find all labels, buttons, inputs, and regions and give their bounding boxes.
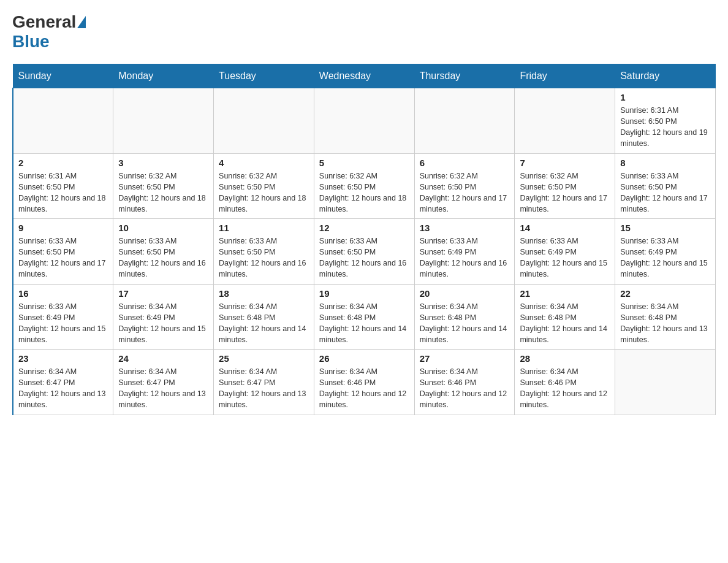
table-row: 7Sunrise: 6:32 AMSunset: 6:50 PMDaylight… — [515, 153, 615, 219]
logo-blue-text: Blue — [12, 32, 50, 51]
col-saturday: Saturday — [615, 64, 716, 88]
day-info: Sunrise: 6:33 AMSunset: 6:50 PMDaylight:… — [319, 236, 409, 280]
day-info: Sunrise: 6:34 AMSunset: 6:46 PMDaylight:… — [319, 366, 409, 411]
table-row: 3Sunrise: 6:32 AMSunset: 6:50 PMDaylight… — [113, 153, 214, 219]
calendar-table: Sunday Monday Tuesday Wednesday Thursday… — [12, 64, 716, 415]
table-row: 26Sunrise: 6:34 AMSunset: 6:46 PMDayligh… — [314, 350, 414, 415]
day-info: Sunrise: 6:33 AMSunset: 6:49 PMDaylight:… — [18, 301, 108, 346]
table-row: 1Sunrise: 6:31 AMSunset: 6:50 PMDaylight… — [615, 88, 716, 154]
day-number: 13 — [420, 223, 510, 233]
day-number: 14 — [520, 223, 610, 233]
calendar-week-row: 1Sunrise: 6:31 AMSunset: 6:50 PMDaylight… — [13, 88, 716, 154]
table-row: 25Sunrise: 6:34 AMSunset: 6:47 PMDayligh… — [214, 350, 314, 415]
day-info: Sunrise: 6:33 AMSunset: 6:50 PMDaylight:… — [18, 236, 108, 280]
day-info: Sunrise: 6:34 AMSunset: 6:49 PMDaylight:… — [118, 301, 208, 346]
day-number: 3 — [118, 158, 208, 168]
day-number: 15 — [620, 223, 710, 233]
day-number: 27 — [420, 353, 510, 364]
day-number: 25 — [219, 353, 309, 364]
day-info: Sunrise: 6:33 AMSunset: 6:49 PMDaylight:… — [520, 236, 610, 280]
calendar-header-row: Sunday Monday Tuesday Wednesday Thursday… — [13, 64, 716, 88]
logo: General Blue — [12, 12, 87, 52]
table-row: 27Sunrise: 6:34 AMSunset: 6:46 PMDayligh… — [414, 350, 515, 415]
day-number: 10 — [118, 223, 208, 233]
day-number: 28 — [520, 353, 610, 364]
table-row: 4Sunrise: 6:32 AMSunset: 6:50 PMDaylight… — [214, 153, 314, 219]
calendar-week-row: 2Sunrise: 6:31 AMSunset: 6:50 PMDaylight… — [13, 153, 716, 219]
day-number: 18 — [219, 288, 309, 299]
col-tuesday: Tuesday — [214, 64, 314, 88]
table-row — [314, 88, 414, 154]
table-row: 28Sunrise: 6:34 AMSunset: 6:46 PMDayligh… — [515, 350, 615, 415]
day-number: 20 — [420, 288, 510, 299]
day-info: Sunrise: 6:34 AMSunset: 6:46 PMDaylight:… — [520, 366, 610, 411]
day-info: Sunrise: 6:33 AMSunset: 6:49 PMDaylight:… — [420, 236, 510, 280]
day-number: 2 — [18, 158, 108, 168]
day-info: Sunrise: 6:33 AMSunset: 6:50 PMDaylight:… — [219, 236, 309, 280]
table-row: 11Sunrise: 6:33 AMSunset: 6:50 PMDayligh… — [214, 219, 314, 285]
logo-triangle-icon — [77, 16, 86, 28]
day-number: 19 — [319, 288, 409, 299]
day-info: Sunrise: 6:34 AMSunset: 6:48 PMDaylight:… — [219, 301, 309, 346]
table-row: 14Sunrise: 6:33 AMSunset: 6:49 PMDayligh… — [515, 219, 615, 285]
day-number: 1 — [620, 92, 710, 102]
calendar-week-row: 16Sunrise: 6:33 AMSunset: 6:49 PMDayligh… — [13, 284, 716, 350]
col-sunday: Sunday — [13, 64, 113, 88]
day-info: Sunrise: 6:32 AMSunset: 6:50 PMDaylight:… — [319, 170, 409, 215]
col-thursday: Thursday — [414, 64, 515, 88]
table-row: 24Sunrise: 6:34 AMSunset: 6:47 PMDayligh… — [113, 350, 214, 415]
day-info: Sunrise: 6:32 AMSunset: 6:50 PMDaylight:… — [118, 170, 208, 215]
col-wednesday: Wednesday — [314, 64, 414, 88]
table-row: 8Sunrise: 6:33 AMSunset: 6:50 PMDaylight… — [615, 153, 716, 219]
day-number: 16 — [18, 288, 108, 299]
table-row: 19Sunrise: 6:34 AMSunset: 6:48 PMDayligh… — [314, 284, 414, 350]
day-number: 26 — [319, 353, 409, 364]
logo-general-text: General — [12, 12, 76, 32]
table-row: 21Sunrise: 6:34 AMSunset: 6:48 PMDayligh… — [515, 284, 615, 350]
col-friday: Friday — [515, 64, 615, 88]
day-number: 21 — [520, 288, 610, 299]
table-row: 13Sunrise: 6:33 AMSunset: 6:49 PMDayligh… — [414, 219, 515, 285]
table-row — [615, 350, 716, 415]
day-info: Sunrise: 6:32 AMSunset: 6:50 PMDaylight:… — [520, 170, 610, 215]
day-info: Sunrise: 6:34 AMSunset: 6:47 PMDaylight:… — [118, 366, 208, 411]
table-row: 22Sunrise: 6:34 AMSunset: 6:48 PMDayligh… — [615, 284, 716, 350]
day-info: Sunrise: 6:32 AMSunset: 6:50 PMDaylight:… — [219, 170, 309, 215]
day-number: 24 — [118, 353, 208, 364]
day-number: 22 — [620, 288, 710, 299]
day-number: 8 — [620, 158, 710, 168]
day-number: 5 — [319, 158, 409, 168]
day-info: Sunrise: 6:34 AMSunset: 6:46 PMDaylight:… — [420, 366, 510, 411]
table-row: 18Sunrise: 6:34 AMSunset: 6:48 PMDayligh… — [214, 284, 314, 350]
day-info: Sunrise: 6:34 AMSunset: 6:48 PMDaylight:… — [420, 301, 510, 346]
table-row — [414, 88, 515, 154]
table-row: 6Sunrise: 6:32 AMSunset: 6:50 PMDaylight… — [414, 153, 515, 219]
table-row — [515, 88, 615, 154]
table-row: 16Sunrise: 6:33 AMSunset: 6:49 PMDayligh… — [13, 284, 113, 350]
day-number: 6 — [420, 158, 510, 168]
table-row: 2Sunrise: 6:31 AMSunset: 6:50 PMDaylight… — [13, 153, 113, 219]
table-row: 17Sunrise: 6:34 AMSunset: 6:49 PMDayligh… — [113, 284, 214, 350]
day-number: 9 — [18, 223, 108, 233]
day-number: 11 — [219, 223, 309, 233]
table-row — [113, 88, 214, 154]
day-number: 12 — [319, 223, 409, 233]
day-info: Sunrise: 6:33 AMSunset: 6:50 PMDaylight:… — [118, 236, 208, 280]
table-row: 9Sunrise: 6:33 AMSunset: 6:50 PMDaylight… — [13, 219, 113, 285]
calendar-week-row: 23Sunrise: 6:34 AMSunset: 6:47 PMDayligh… — [13, 350, 716, 415]
table-row: 20Sunrise: 6:34 AMSunset: 6:48 PMDayligh… — [414, 284, 515, 350]
calendar-week-row: 9Sunrise: 6:33 AMSunset: 6:50 PMDaylight… — [13, 219, 716, 285]
day-info: Sunrise: 6:31 AMSunset: 6:50 PMDaylight:… — [620, 105, 710, 150]
table-row — [214, 88, 314, 154]
day-info: Sunrise: 6:34 AMSunset: 6:47 PMDaylight:… — [219, 366, 309, 411]
day-number: 4 — [219, 158, 309, 168]
day-info: Sunrise: 6:34 AMSunset: 6:48 PMDaylight:… — [620, 301, 710, 346]
day-number: 23 — [18, 353, 108, 364]
table-row: 5Sunrise: 6:32 AMSunset: 6:50 PMDaylight… — [314, 153, 414, 219]
day-number: 17 — [118, 288, 208, 299]
table-row: 23Sunrise: 6:34 AMSunset: 6:47 PMDayligh… — [13, 350, 113, 415]
day-info: Sunrise: 6:33 AMSunset: 6:50 PMDaylight:… — [620, 170, 710, 215]
day-info: Sunrise: 6:32 AMSunset: 6:50 PMDaylight:… — [420, 170, 510, 215]
table-row: 12Sunrise: 6:33 AMSunset: 6:50 PMDayligh… — [314, 219, 414, 285]
day-number: 7 — [520, 158, 610, 168]
